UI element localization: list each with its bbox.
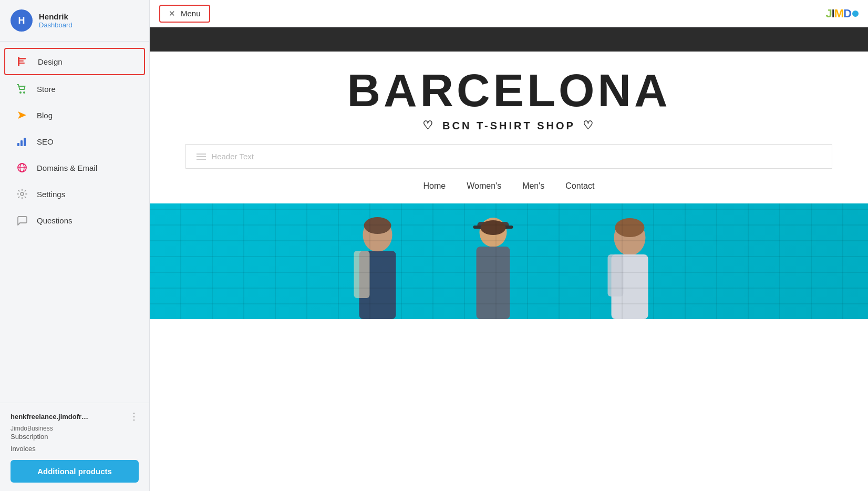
sidebar-item-store-label: Store <box>37 85 56 94</box>
svg-rect-0 <box>18 58 26 59</box>
site-subtitle: ♡ BCN T-SHIRT SHOP ♡ <box>422 119 595 132</box>
site-name: henkfreelance.jimdofr… <box>11 413 88 421</box>
svg-rect-8 <box>20 140 23 146</box>
invoices-link[interactable]: Invoices <box>11 445 139 453</box>
nav-item-home[interactable]: Home <box>423 179 446 193</box>
sidebar-item-seo-label: SEO <box>37 137 54 146</box>
svg-marker-6 <box>18 111 26 119</box>
main-content: ✕ Menu J I M D BARCELONA ♡ BCN T-SHIRT S… <box>150 0 868 491</box>
site-title: BARCELONA <box>150 67 868 114</box>
menu-button[interactable]: ✕ Menu <box>159 5 210 23</box>
sidebar-item-settings-label: Settings <box>37 190 65 199</box>
svg-rect-18 <box>478 222 509 229</box>
sidebar-item-blog[interactable]: Blog <box>4 103 145 128</box>
svg-point-25 <box>615 218 645 237</box>
domains-icon <box>16 161 28 174</box>
sidebar-item-blog-label: Blog <box>37 111 53 120</box>
subscription-link[interactable]: Subscription <box>11 433 139 441</box>
svg-rect-3 <box>18 57 19 66</box>
svg-point-5 <box>23 91 25 94</box>
preview-body: BARCELONA ♡ BCN T-SHIRT SHOP ♡ Header Te… <box>150 52 868 319</box>
hamburger-icon <box>197 154 206 160</box>
seo-icon <box>16 135 28 148</box>
nav-item-womens[interactable]: Women's <box>467 179 501 193</box>
preview-dark-bar <box>150 27 868 52</box>
sidebar-item-domains-label: Domains & Email <box>37 163 97 172</box>
sidebar-footer: henkfreelance.jimdofr… ⋮ JimdoBusiness S… <box>0 403 149 491</box>
svg-rect-15 <box>359 251 396 319</box>
svg-rect-23 <box>608 254 624 296</box>
avatar: H <box>11 9 33 32</box>
nav-item-mens[interactable]: Men's <box>522 179 544 193</box>
user-info: Hendrik Dashboard <box>39 12 73 29</box>
more-options-icon[interactable]: ⋮ <box>129 412 139 421</box>
svg-point-24 <box>364 217 391 234</box>
additional-products-button[interactable]: Additional products <box>11 460 139 483</box>
sidebar-item-design-label: Design <box>38 57 63 66</box>
logo-dot <box>852 11 859 17</box>
design-icon <box>17 55 29 68</box>
heart-right-icon: ♡ <box>583 119 595 132</box>
svg-point-26 <box>481 220 506 235</box>
top-bar: ✕ Menu J I M D <box>150 0 868 27</box>
svg-point-17 <box>480 218 507 247</box>
sidebar-item-design[interactable]: Design <box>4 48 145 75</box>
subtitle-text: BCN T-SHIRT SHOP <box>442 120 575 132</box>
heart-left-icon: ♡ <box>422 119 435 132</box>
close-icon: ✕ <box>169 9 175 18</box>
svg-rect-22 <box>612 254 648 319</box>
svg-point-4 <box>19 91 22 94</box>
preview-hero-image <box>150 203 868 319</box>
svg-point-13 <box>20 192 24 196</box>
sidebar-item-seo[interactable]: SEO <box>4 129 145 154</box>
svg-rect-19 <box>473 226 513 229</box>
site-plan: JimdoBusiness <box>11 425 53 432</box>
sidebar-item-domains[interactable]: Domains & Email <box>4 155 145 180</box>
blog-icon <box>16 109 28 121</box>
svg-point-14 <box>363 218 392 252</box>
svg-rect-7 <box>17 143 19 146</box>
preview-nav: Home Women's Men's Contact <box>423 179 595 193</box>
site-info: henkfreelance.jimdofr… ⋮ <box>11 412 139 421</box>
sidebar-item-store[interactable]: Store <box>4 76 145 101</box>
svg-rect-16 <box>354 251 370 298</box>
sidebar-nav: Design Store Blog <box>0 42 149 403</box>
sidebar-header: H Hendrik Dashboard <box>0 0 149 41</box>
questions-icon <box>16 214 28 227</box>
sidebar-item-settings[interactable]: Settings <box>4 181 145 207</box>
header-text-placeholder: Header Text <box>211 152 254 161</box>
settings-icon <box>16 188 28 200</box>
menu-label: Menu <box>181 9 201 18</box>
sidebar-item-questions[interactable]: Questions <box>4 208 145 233</box>
user-name: Hendrik <box>39 12 73 21</box>
hero-people-illustration <box>150 203 868 319</box>
store-icon <box>16 83 28 95</box>
nav-item-contact[interactable]: Contact <box>565 179 594 193</box>
website-preview: BARCELONA ♡ BCN T-SHIRT SHOP ♡ Header Te… <box>150 27 868 491</box>
svg-point-21 <box>614 220 646 255</box>
svg-rect-9 <box>24 138 26 146</box>
header-text-bar[interactable]: Header Text <box>185 144 832 169</box>
dashboard-link[interactable]: Dashboard <box>39 21 73 29</box>
jimdo-logo: J I M D <box>825 7 859 21</box>
sidebar-item-questions-label: Questions <box>37 216 73 225</box>
sidebar: H Hendrik Dashboard Design <box>0 0 150 491</box>
svg-rect-20 <box>477 247 510 319</box>
